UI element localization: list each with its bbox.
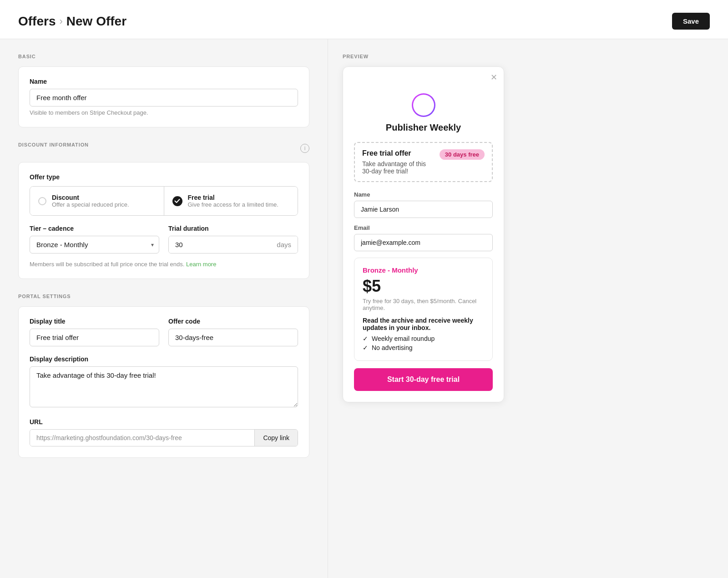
offer-code-col: Offer code <box>168 318 298 346</box>
url-label: URL <box>30 418 298 426</box>
tier-cadence-select[interactable]: Bronze - Monthly <box>30 236 159 254</box>
display-title-col: Display title <box>30 318 159 346</box>
checkmark-icon-1: ✓ <box>363 335 368 342</box>
tier-price: $5 <box>363 277 484 296</box>
trial-duration-row: days <box>168 236 298 254</box>
tier-feature-1: ✓ Weekly email roundup <box>363 335 484 342</box>
preview-cta-wrapper: Start 30-day free trial <box>343 368 504 402</box>
display-title-label: Display title <box>30 318 159 325</box>
tier-feature-2: ✓ No advertising <box>363 344 484 351</box>
free-trial-checkmark <box>172 196 182 206</box>
tier-cadence-label: Tier – cadence <box>30 225 159 232</box>
preview-email-label: Email <box>354 224 493 231</box>
breadcrumb-separator: › <box>59 15 62 27</box>
display-code-row: Display title Offer code <box>30 318 298 346</box>
basic-card: Name Visible to members on Stripe Checko… <box>18 66 309 127</box>
preview-inner: Publisher Weekly Free trial offer Take a… <box>343 82 504 182</box>
info-icon[interactable]: i <box>300 144 309 153</box>
portal-section-label: PORTAL SETTINGS <box>18 294 309 299</box>
portal-card: Display title Offer code Display descrip… <box>18 306 309 458</box>
offer-banner-title: Free trial offer <box>362 149 434 157</box>
offer-banner: Free trial offer Take advantage of this … <box>354 142 493 182</box>
name-field-label: Name <box>30 78 298 85</box>
breadcrumb: Offers › New Offer <box>18 14 126 29</box>
display-title-input[interactable] <box>30 329 159 346</box>
learn-more-link[interactable]: Learn more <box>186 261 216 268</box>
discount-card: Offer type Discount Offer a special redu… <box>18 162 309 279</box>
display-description-label: Display description <box>30 355 298 363</box>
preview-pub-name: Publisher Weekly <box>354 122 493 133</box>
preview-label: PREVIEW <box>343 54 504 59</box>
discount-title: Discount <box>52 194 129 201</box>
trial-duration-col: Trial duration days <box>168 225 298 254</box>
free-trial-desc: Give free access for a limited time. <box>188 201 278 208</box>
free-trial-title: Free trial <box>188 194 278 201</box>
discount-radio[interactable] <box>38 197 46 205</box>
url-wrapper: URL Copy link <box>30 418 298 446</box>
url-input[interactable] <box>30 430 254 446</box>
discount-desc: Offer a special reduced price. <box>52 201 129 208</box>
preview-logo-area <box>354 93 493 117</box>
tier-price-hint: Try free for 30 days, then $5/month. Can… <box>363 298 484 311</box>
tier-cadence-col: Tier – cadence Bronze - Monthly ▾ <box>30 225 159 254</box>
offer-code-input[interactable] <box>168 329 298 346</box>
trial-hint: Members will be subscribed at full price… <box>30 261 298 268</box>
name-input[interactable] <box>30 89 298 106</box>
display-description-wrapper: Display description Take advantage of th… <box>30 355 298 409</box>
preview-logo <box>412 93 435 117</box>
tier-card: Bronze - Monthly $5 Try free for 30 days… <box>354 258 493 361</box>
preview-email-input[interactable] <box>354 234 493 251</box>
breadcrumb-parent[interactable]: Offers <box>18 14 56 29</box>
preview-name-label: Name <box>354 191 493 198</box>
save-button[interactable]: Save <box>672 13 710 30</box>
offer-banner-desc: Take advantage of this 30-day free trial… <box>362 160 434 175</box>
discount-section-label: DISCOUNT INFORMATION <box>18 142 89 147</box>
tier-desc: Read the archive and receive weekly upda… <box>363 317 484 331</box>
name-field-hint: Visible to members on Stripe Checkout pa… <box>30 109 298 116</box>
trial-duration-input[interactable] <box>169 236 270 253</box>
url-row: Copy link <box>30 429 298 446</box>
preview-name-input[interactable] <box>354 201 493 218</box>
offer-type-row: Discount Offer a special reduced price. <box>30 186 298 216</box>
discount-section-header: DISCOUNT INFORMATION i <box>18 142 309 155</box>
preview-content: Name Email Bronze - Monthly $5 Try free … <box>343 191 504 361</box>
trial-duration-unit: days <box>270 236 298 253</box>
trial-duration-label: Trial duration <box>168 225 298 232</box>
offer-type-label: Offer type <box>30 173 298 181</box>
offer-type-free-trial[interactable]: Free trial Give free access for a limite… <box>164 187 298 215</box>
preview-close-button[interactable]: ✕ <box>490 72 497 82</box>
checkmark-icon-2: ✓ <box>363 344 368 351</box>
display-description-textarea[interactable]: Take advantage of this 30-day free trial… <box>30 366 298 407</box>
preview-cta-button[interactable]: Start 30-day free trial <box>354 368 493 391</box>
tier-name: Bronze - Monthly <box>363 266 484 274</box>
tier-cadence-select-wrapper: Bronze - Monthly ▾ <box>30 236 159 254</box>
offer-badge: 30 days free <box>440 149 485 160</box>
offer-code-label: Offer code <box>168 318 298 325</box>
basic-section-label: BASIC <box>18 54 309 59</box>
breadcrumb-current: New Offer <box>66 14 126 29</box>
copy-link-button[interactable]: Copy link <box>254 430 298 446</box>
tier-duration-row: Tier – cadence Bronze - Monthly ▾ Trial … <box>30 225 298 254</box>
preview-card: ✕ Publisher Weekly Free trial offer Take… <box>343 66 504 402</box>
offer-type-discount[interactable]: Discount Offer a special reduced price. <box>30 187 164 215</box>
